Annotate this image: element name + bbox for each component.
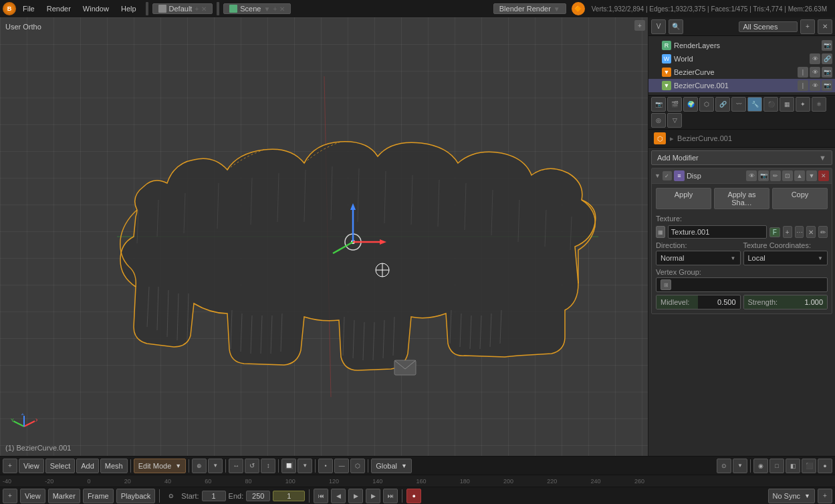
modifier-render-icon[interactable]: 📷	[758, 170, 769, 181]
props-submode-2[interactable]: ▽	[667, 113, 682, 128]
transform-space-dropdown[interactable]: Global ▼	[371, 459, 412, 473]
modifier-realtime-icon[interactable]: 👁	[746, 170, 757, 181]
jump-end-btn[interactable]: ⏭	[383, 489, 398, 503]
props-physics-tab[interactable]: ⚛	[812, 97, 826, 112]
world-link-icon[interactable]: 🔗	[822, 53, 832, 64]
viewport[interactable]: User Ortho +	[0, 17, 648, 456]
modifier-up-icon[interactable]: ▲	[794, 170, 805, 181]
apply-button[interactable]: Apply	[656, 188, 711, 209]
pivot-dropdown[interactable]: ▼	[208, 459, 223, 473]
props-render-tab[interactable]: 📷	[651, 97, 666, 112]
shading4-btn[interactable]: ●	[818, 459, 832, 473]
direction-dropdown[interactable]: Normal ▼	[656, 251, 741, 265]
props-material-tab[interactable]: ⚫	[763, 97, 778, 112]
outliner-add-btn[interactable]: +	[800, 19, 815, 34]
view-menu-btn[interactable]: V	[651, 19, 666, 34]
edge-mode-btn[interactable]: —	[334, 459, 349, 473]
record-btn[interactable]: ●	[406, 489, 421, 503]
scale-manip-btn[interactable]: ↕	[261, 459, 275, 473]
engine-selector[interactable]: Blender Render ▼	[493, 3, 566, 14]
timeline-header-btn[interactable]: +	[3, 489, 17, 503]
jump-start-btn[interactable]: ⏮	[314, 489, 328, 503]
menu-render[interactable]: Render	[41, 3, 76, 14]
scene-tab[interactable]: Scene ▼ + ✕	[223, 3, 291, 14]
menu-file[interactable]: File	[17, 3, 40, 14]
search-btn[interactable]: 🔍	[669, 19, 683, 34]
props-modifier-tab[interactable]: 🔧	[747, 97, 762, 112]
apply-as-shape-button[interactable]: Apply as Sha…	[714, 188, 769, 209]
bc-render-icon[interactable]: 📷	[822, 67, 832, 78]
timeline-marker-btn[interactable]: Marker	[48, 489, 80, 503]
mode-dropdown[interactable]: Edit Mode ▼	[134, 459, 186, 473]
add-menu-btn[interactable]: Add	[76, 459, 99, 473]
tex-new-icon[interactable]: +	[783, 226, 792, 238]
texture-name-input[interactable]	[668, 225, 767, 239]
next-frame-btn[interactable]: ▶	[366, 489, 380, 503]
vertex-group-field[interactable]: ⊞	[656, 277, 828, 292]
modifier-delete-icon[interactable]: ✕	[818, 170, 829, 181]
select-menu-btn[interactable]: Select	[45, 459, 76, 473]
sync-mode-dropdown[interactable]: No Sync ▼	[768, 489, 816, 503]
start-frame-input[interactable]: 1	[202, 491, 226, 501]
rotate-manip-btn[interactable]: ↺	[245, 459, 259, 473]
transform-manip-btn[interactable]: ↔	[229, 459, 243, 473]
overlay-btn[interactable]: ◉	[753, 459, 768, 473]
outliner-item-beziercurve[interactable]: ▼ BezierCurve | 👁 📷	[648, 66, 835, 79]
props-object-tab[interactable]: ⬡	[699, 97, 714, 112]
props-constraints-tab[interactable]: 🔗	[715, 97, 730, 112]
bc001-pipe-icon[interactable]: |	[798, 80, 808, 91]
timeline-corner-btn[interactable]: +	[818, 489, 832, 503]
props-data-tab[interactable]: 〰	[731, 97, 746, 112]
bc001-vis-icon[interactable]: 👁	[810, 80, 820, 91]
all-scenes-selector[interactable]: All Scenes	[739, 21, 798, 32]
workspace-tab-default[interactable]: Default + ✕	[152, 3, 213, 14]
shading1-btn[interactable]: □	[769, 459, 784, 473]
vert-mode-btn[interactable]: •	[318, 459, 333, 473]
tex-browse-icon[interactable]: ⋯	[795, 226, 804, 238]
view-menu-btn[interactable]: View	[19, 459, 44, 473]
timeline-frame-btn[interactable]: Frame	[83, 489, 114, 503]
snap-dropdown[interactable]: ▼	[297, 459, 312, 473]
tex-unlink-icon[interactable]: ✕	[806, 226, 816, 238]
outliner-item-renderlayers[interactable]: R RenderLayers 📷	[648, 39, 835, 52]
mesh-menu-btn[interactable]: Mesh	[100, 459, 128, 473]
pivot-btn[interactable]: ⊕	[192, 459, 207, 473]
modifier-collapse-icon[interactable]: ▼	[654, 172, 661, 179]
world-vis-icon[interactable]: 👁	[810, 53, 820, 64]
current-frame-input[interactable]: 1	[273, 491, 305, 501]
outliner-close-btn[interactable]: ✕	[818, 19, 832, 34]
bc001-render-icon[interactable]: 📷	[822, 80, 832, 91]
props-submode-1[interactable]: ◎	[651, 113, 666, 128]
copy-button[interactable]: Copy	[772, 188, 828, 209]
modifier-down-icon[interactable]: ▼	[806, 170, 817, 181]
props-texture-tab[interactable]: ▦	[780, 97, 794, 112]
end-frame-input[interactable]: 250	[246, 491, 270, 501]
face-mode-btn[interactable]: ⬡	[350, 459, 365, 473]
strength-field[interactable]: Strength: 1.000	[743, 295, 828, 309]
proportional-btn[interactable]: ⊙	[717, 459, 731, 473]
timeline-view-btn[interactable]: View	[20, 489, 45, 503]
props-particles-tab[interactable]: ✦	[796, 97, 810, 112]
menu-window[interactable]: Window	[78, 3, 114, 14]
bc-pipe-icon[interactable]: |	[798, 67, 808, 78]
add-modifier-button[interactable]: Add Modifier ▼	[651, 150, 832, 165]
outliner-item-beziercurve001[interactable]: ▼ BezierCurve.001 | 👁 📷	[648, 79, 835, 92]
props-world-tab[interactable]: 🌍	[683, 97, 698, 112]
timeline-playback-btn[interactable]: Playback	[116, 489, 156, 503]
shading2-btn[interactable]: ◧	[786, 459, 800, 473]
midlevel-field[interactable]: Midlevel: 0.500	[656, 295, 741, 309]
menu-help[interactable]: Help	[116, 3, 142, 14]
modifier-check-btn[interactable]: ✓	[663, 171, 672, 180]
prev-frame-btn[interactable]: ◀	[331, 489, 346, 503]
bc-vis-icon[interactable]: 👁	[810, 67, 820, 78]
outliner-item-world[interactable]: W World 👁 🔗	[648, 52, 835, 66]
viewport-header-icon[interactable]: +	[3, 459, 17, 473]
shading3-btn[interactable]: ⬛	[802, 459, 816, 473]
proportional-dropdown[interactable]: ▼	[733, 459, 747, 473]
coord-dropdown[interactable]: Local ▼	[743, 251, 828, 265]
props-scene-tab[interactable]: 🎬	[667, 97, 682, 112]
modifier-cage-icon[interactable]: ⊡	[782, 170, 793, 181]
snap-btn[interactable]: 🔲	[281, 459, 296, 473]
tex-edit-icon[interactable]: ✏	[818, 226, 828, 238]
renderlayers-camera-icon[interactable]: 📷	[822, 40, 832, 51]
